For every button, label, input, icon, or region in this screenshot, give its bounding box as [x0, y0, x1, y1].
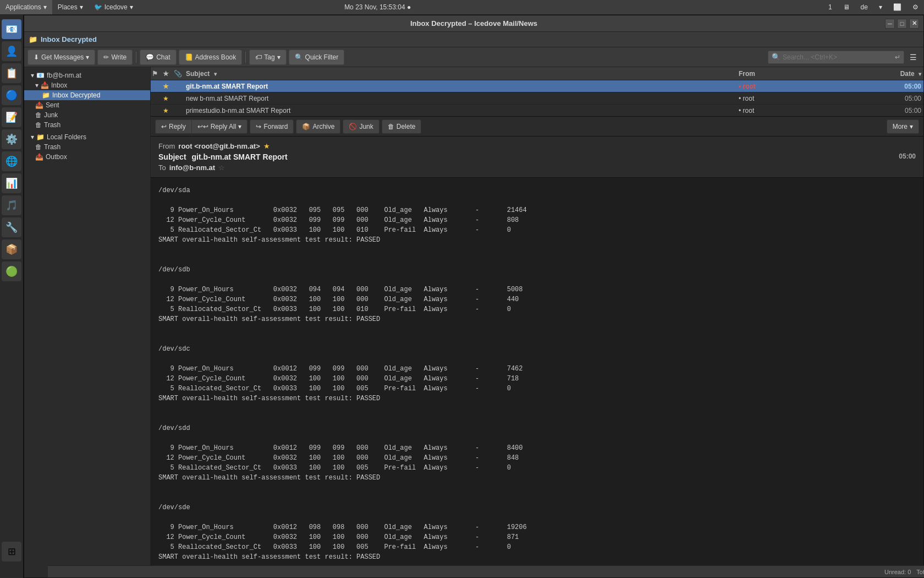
subject-cell-1: git.b-nm.at SMART Report — [184, 83, 736, 90]
table-row[interactable]: ★ primestudio.b-nm.at SMART Report • roo… — [151, 105, 923, 117]
reply-all-arrow: ▾ — [238, 123, 241, 130]
junk-icon: 🚫 — [349, 123, 357, 130]
delete-button[interactable]: 🗑 Delete — [382, 119, 422, 134]
taskbar-icon-4[interactable]: 🔵 — [2, 85, 21, 105]
window-title: Inbox Decrypted – Icedove Mail/News — [410, 19, 537, 28]
places-label: Places — [58, 3, 78, 11]
star-cell-3[interactable]: ★ — [162, 107, 173, 114]
close-button[interactable]: ✕ — [909, 19, 919, 29]
inbox-decrypted-label: Inbox Decrypted — [52, 91, 100, 99]
table-row[interactable]: ★ new b-nm.at SMART Report • root 05:00 — [151, 92, 923, 105]
junk-button[interactable]: 🚫 Junk — [343, 119, 379, 134]
outbox-folder[interactable]: 📤 Outbox — [24, 152, 150, 162]
tag-label: Tag — [264, 53, 274, 61]
status-bar: Unread: 0 Total: 513 — [48, 565, 924, 577]
col-from-header[interactable]: From — [736, 70, 857, 78]
sys-kbd-layout[interactable]: de — [855, 3, 873, 11]
message-header: From root <root@git.b-nm.at> ★ Subject g… — [151, 137, 923, 178]
more-label: More — [893, 123, 908, 130]
trash-local-folder[interactable]: 🗑 Trash — [24, 142, 150, 152]
inbox-label: Inbox — [51, 81, 67, 89]
from-cell-3: • root — [736, 107, 857, 114]
star-cell-1[interactable]: ★ — [162, 83, 173, 90]
applications-menu[interactable]: Applications ▾ — [0, 0, 52, 14]
write-button[interactable]: ✏ Write — [97, 50, 133, 65]
table-row[interactable]: ★ git.b-nm.at SMART Report • root 05:00 — [151, 80, 923, 92]
reply-button[interactable]: ↩ Reply — [155, 119, 191, 134]
col-star[interactable]: ★ — [162, 70, 173, 78]
maximize-button[interactable]: □ — [897, 19, 907, 29]
trash-fb-label: Trash — [44, 121, 61, 129]
sys-kbd-arrow[interactable]: ▾ — [873, 3, 888, 11]
folder-bar: 📁 Inbox Decrypted — [24, 32, 923, 47]
sys-window-btn[interactable]: ⬜ — [888, 3, 907, 11]
forward-button[interactable]: ↪ Forward — [250, 119, 294, 134]
col-attach[interactable]: 📎 — [173, 70, 184, 78]
taskbar-icon-2[interactable]: 👤 — [2, 41, 21, 61]
taskbar-icon-9[interactable]: 🎵 — [2, 195, 21, 215]
message-subject: Subject git.b-nm.at SMART Report 05:00 — [158, 152, 916, 161]
toolbar: ⬇ Get Messages ▾ ✏ Write 💬 Chat 📒 Addres… — [24, 47, 923, 67]
places-menu[interactable]: Places ▾ — [52, 0, 89, 14]
tag-button[interactable]: 🏷 Tag ▾ — [249, 50, 286, 65]
taskbar-mail-icon[interactable]: 📧 — [2, 19, 21, 39]
chat-label: Chat — [156, 53, 170, 61]
search-input[interactable] — [783, 53, 893, 61]
taskbar-icon-5[interactable]: 📝 — [2, 107, 21, 127]
reply-icon: ↩ — [161, 123, 167, 130]
taskbar-icon-12[interactable]: 🟢 — [2, 261, 21, 281]
delete-label: Delete — [397, 123, 416, 130]
sent-label: Sent — [46, 101, 59, 109]
inbox-decrypted-icon: 📁 — [42, 91, 50, 99]
to-star-button[interactable]: ☆ — [218, 163, 225, 172]
taskbar-icon-7[interactable]: 🌐 — [2, 151, 21, 171]
get-messages-button[interactable]: ⬇ Get Messages ▾ — [28, 50, 95, 65]
sys-display-icon[interactable]: 🖥 — [838, 3, 855, 11]
star-cell-2[interactable]: ★ — [162, 95, 173, 102]
local-folders-name: Local Folders — [47, 133, 86, 141]
quick-filter-button[interactable]: 🔍 Quick Filter — [289, 50, 345, 65]
write-label: Write — [111, 53, 127, 61]
inbox-folder[interactable]: ▾ 📥 Inbox — [24, 80, 150, 90]
chat-icon: 💬 — [146, 53, 154, 61]
col-subject-header[interactable]: Subject ▾ — [184, 70, 736, 78]
message-view: ↩ Reply ↩↩ Reply All ▾ ↪ Forward — [151, 117, 923, 577]
local-folders-label[interactable]: ▾ 📁 Local Folders — [24, 132, 150, 142]
reply-all-icon: ↩↩ — [197, 123, 208, 130]
sys-num-badge[interactable]: 1 — [823, 3, 838, 11]
more-button[interactable]: More ▾ — [887, 119, 919, 134]
from-star-button[interactable]: ★ — [263, 142, 270, 150]
app-menu[interactable]: 🐦 Icedove ▾ — [89, 0, 139, 14]
sys-settings[interactable]: ⚙ — [907, 3, 924, 11]
minimize-button[interactable]: ─ — [885, 19, 895, 29]
taskbar-icon-apps[interactable]: ⊞ — [2, 542, 21, 561]
taskbar-icon-6[interactable]: ⚙️ — [2, 129, 21, 149]
message-list: ⚑ ★ 📎 Subject ▾ From Date ▾ — [151, 67, 923, 117]
quick-filter-label: Quick Filter — [305, 53, 339, 61]
archive-button[interactable]: 📦 Archive — [296, 119, 340, 134]
outbox-icon: 📤 — [35, 153, 43, 161]
app-name-label: Icedove — [105, 3, 128, 11]
hamburger-menu-icon[interactable]: ☰ — [906, 53, 920, 62]
taskbar-icon-8[interactable]: 📊 — [2, 173, 21, 193]
star-icon-3: ★ — [163, 107, 169, 114]
reply-all-button[interactable]: ↩↩ Reply All ▾ — [191, 119, 248, 134]
message-list-header: ⚑ ★ 📎 Subject ▾ From Date ▾ — [151, 67, 923, 80]
chat-button[interactable]: 💬 Chat — [140, 50, 176, 65]
trash-folder-fb[interactable]: 🗑 Trash — [24, 120, 150, 130]
taskbar-icon-3[interactable]: 📋 — [2, 63, 21, 83]
inbox-decrypted-folder[interactable]: 📁 Inbox Decrypted — [24, 90, 150, 100]
search-box[interactable]: 🔍 ↵ — [768, 51, 904, 64]
junk-folder[interactable]: 🗑 Junk — [24, 110, 150, 120]
account-fb-label[interactable]: ▾ 📧 fb@b-nm.at — [24, 70, 150, 80]
address-book-button[interactable]: 📒 Address Book — [179, 50, 243, 65]
col-flag[interactable]: ⚑ — [151, 70, 162, 78]
col-date-header[interactable]: Date ▾ — [857, 70, 923, 78]
taskbar-icon-11[interactable]: 📦 — [2, 239, 21, 259]
date-cell-2: 05:00 — [857, 95, 923, 102]
reply-group: ↩ Reply ↩↩ Reply All ▾ — [155, 119, 248, 134]
sent-folder[interactable]: 📤 Sent — [24, 100, 150, 110]
reply-all-label: Reply All — [211, 123, 237, 130]
search-go-icon[interactable]: ↵ — [895, 53, 900, 61]
taskbar-icon-10[interactable]: 🔧 — [2, 217, 21, 237]
